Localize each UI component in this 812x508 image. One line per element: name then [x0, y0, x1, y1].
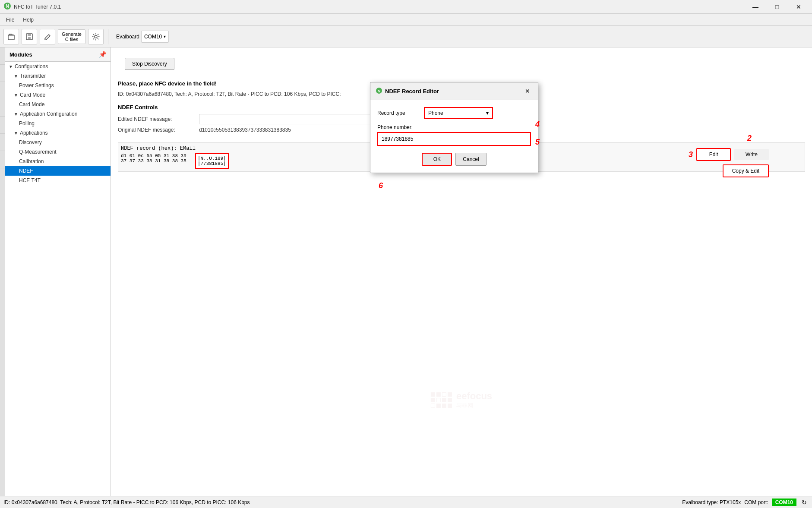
chevron-down-icon: ▼	[14, 112, 18, 117]
dialog-nfc-icon: N	[376, 87, 382, 95]
strip-item-4[interactable]	[0, 99, 5, 117]
save-button[interactable]	[22, 29, 37, 44]
svg-point-6	[95, 35, 97, 38]
dialog-titlebar: N NDEF Record Editor ✕	[370, 82, 538, 100]
sidebar-item-label: Discovery	[19, 139, 42, 145]
sidebar-item-card-mode-group[interactable]: ▼ Card Mode	[5, 90, 111, 100]
phone-label: Phone number:	[377, 124, 420, 130]
sidebar-item-polling[interactable]: Polling	[5, 119, 111, 128]
ok-button[interactable]: OK	[422, 153, 452, 166]
sidebar-item-power-settings[interactable]: Power Settings	[5, 81, 111, 90]
menu-help[interactable]: Help	[19, 15, 38, 25]
sidebar-item-label: Calibration	[19, 158, 44, 164]
sidebar-item-label: Card Mode	[19, 101, 44, 107]
sidebar-item-label: Configurations	[15, 63, 48, 69]
com-port-label: COM port:	[744, 499, 768, 505]
strip-item-2[interactable]	[0, 65, 5, 82]
strip-item-6[interactable]	[0, 134, 5, 151]
open-button[interactable]	[3, 29, 19, 44]
maximize-button[interactable]: □	[767, 0, 787, 14]
modules-title: Modules	[9, 51, 32, 58]
evalboard-type: Evalboard type: PTX105x	[682, 499, 741, 505]
app-icon: N	[3, 2, 11, 12]
toolbar: Generate C files Evalboard COM10 ▾	[0, 26, 812, 47]
sidebar-item-hce-t4t[interactable]: HCE T4T	[5, 176, 111, 185]
strip-item-7[interactable]	[0, 151, 5, 168]
status-bar: ID: 0x04307a6a687480, Tech: A, Protocol:…	[0, 496, 812, 508]
record-type-label: Record type	[377, 110, 420, 116]
close-button[interactable]: ✕	[789, 0, 809, 14]
dropdown-arrow-icon: ▾	[486, 110, 489, 116]
minimize-button[interactable]: —	[746, 0, 765, 14]
sidebar-item-applications[interactable]: ▼ Applications	[5, 128, 111, 138]
settings-button[interactable]	[88, 29, 104, 44]
strip-item-5[interactable]	[0, 117, 5, 134]
dialog-close-button[interactable]: ✕	[522, 86, 533, 96]
record-type-row: Record type Phone ▾	[377, 107, 531, 119]
svg-text:N: N	[378, 89, 381, 93]
refresh-button[interactable]: ↻	[800, 498, 809, 507]
dialog-buttons: OK Cancel	[377, 153, 531, 166]
svg-rect-4	[28, 34, 31, 36]
phone-number-row: Phone number:	[377, 124, 531, 146]
port-select[interactable]: COM10 ▾	[141, 31, 169, 43]
svg-text:N: N	[6, 4, 9, 9]
dialog-overlay: N NDEF Record Editor ✕ Record type Phone…	[111, 47, 812, 496]
dialog-title: N NDEF Record Editor	[376, 87, 439, 95]
content-area: Stop Discovery Please, place NFC device …	[111, 47, 812, 496]
menu-file[interactable]: File	[2, 15, 19, 25]
sidebar-item-card-mode[interactable]: Card Mode	[5, 100, 111, 109]
phone-input-wrapper	[377, 132, 531, 146]
sidebar-item-calibration[interactable]: Calibration	[5, 157, 111, 166]
strip-item-3[interactable]	[0, 82, 5, 99]
phone-input[interactable]	[378, 133, 530, 145]
svg-rect-5	[28, 37, 31, 39]
sidebar-item-label: Application Configuration	[20, 111, 77, 117]
sidebar: Modules 📌 ▼ Configurations ▼ Transmitter…	[5, 47, 111, 496]
sidebar-item-label: HCE T4T	[19, 177, 41, 183]
sidebar-header: Modules 📌	[5, 47, 111, 62]
dialog-title-text: NDEF Record Editor	[385, 88, 439, 95]
status-device-info: ID: 0x04307a6a687480, Tech: A, Protocol:…	[3, 499, 250, 505]
sidebar-item-app-config[interactable]: ▼ Application Configuration	[5, 109, 111, 119]
device-label: Evalboard	[116, 34, 139, 40]
annotation-num-5: 5	[535, 138, 540, 147]
sidebar-item-q-measurement[interactable]: Q-Measurement	[5, 147, 111, 157]
chevron-down-icon: ▼	[14, 131, 18, 136]
device-selector: Evalboard COM10 ▾	[116, 31, 169, 43]
dialog-body: Record type Phone ▾ 4 Phone number	[370, 100, 538, 173]
sidebar-item-label: NDEF	[19, 168, 33, 174]
sidebar-item-label: Applications	[20, 130, 48, 136]
com-port-badge: COM10	[772, 499, 796, 506]
record-type-select[interactable]: Phone ▾	[424, 107, 493, 119]
chevron-down-icon: ▼	[9, 64, 13, 69]
sidebar-item-label: Power Settings	[19, 82, 54, 88]
sidebar-item-ndef[interactable]: NDEF	[5, 166, 111, 176]
annotation-num-4: 4	[535, 120, 540, 129]
menu-bar: File Help	[0, 14, 812, 26]
ndef-record-editor-dialog: N NDEF Record Editor ✕ Record type Phone…	[370, 82, 538, 173]
port-arrow: ▾	[164, 34, 166, 39]
strip-item-1[interactable]	[0, 47, 5, 65]
generate-label: Generate C files	[62, 32, 82, 42]
status-com-port: Evalboard type: PTX105x COM port: COM10 …	[682, 498, 809, 507]
left-strip	[0, 47, 5, 496]
sidebar-item-configurations[interactable]: ▼ Configurations	[5, 62, 111, 71]
sidebar-item-label: Transmitter	[20, 73, 46, 79]
sidebar-pin[interactable]: 📌	[99, 51, 106, 58]
chevron-down-icon: ▼	[14, 93, 18, 98]
sidebar-item-label: Q-Measurement	[19, 149, 57, 155]
sidebar-item-discovery[interactable]: Discovery	[5, 138, 111, 147]
record-type-value: Phone	[428, 110, 443, 116]
title-bar: N NFC IoT Tuner 7.0.1 — □ ✕	[0, 0, 812, 14]
app-title: NFC IoT Tuner 7.0.1	[14, 4, 746, 10]
cancel-button[interactable]: Cancel	[455, 153, 486, 166]
sidebar-item-transmitter[interactable]: ▼ Transmitter	[5, 71, 111, 81]
port-value: COM10	[144, 34, 162, 40]
sidebar-item-label: Polling	[19, 120, 35, 126]
chevron-down-icon: ▼	[14, 74, 18, 79]
edit-button[interactable]	[40, 29, 55, 44]
generate-c-files-button[interactable]: Generate C files	[58, 29, 85, 44]
sidebar-item-label: Card Mode	[20, 92, 45, 98]
